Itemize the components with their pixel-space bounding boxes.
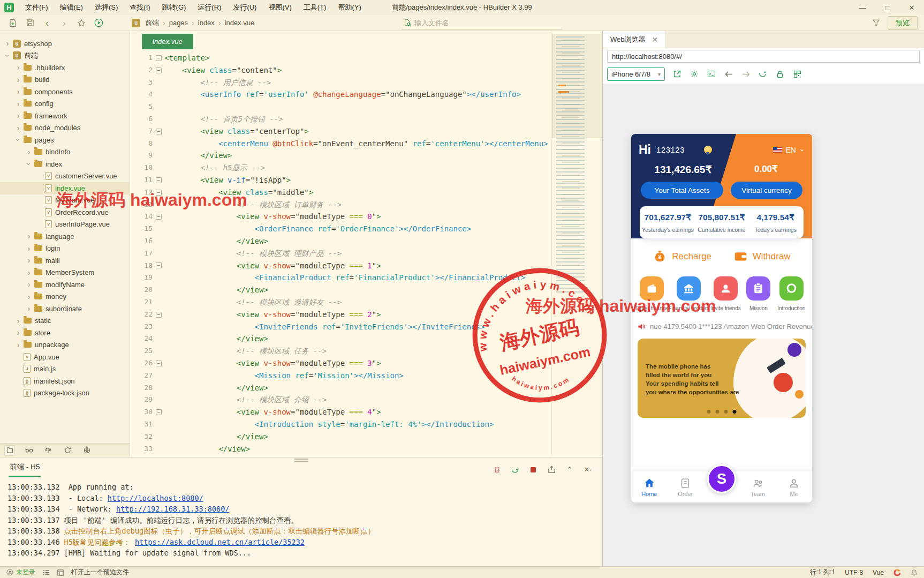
promo-banner[interactable]: The mobile phone hasfilled the world for… [638, 339, 806, 418]
tree-item-customerServer.vue[interactable]: VcustomerServer.vue [0, 170, 130, 183]
line-number[interactable]: 10 [130, 162, 153, 174]
debug-bug-icon[interactable] [492, 465, 502, 475]
line-number[interactable]: 22 [130, 309, 153, 321]
line-number[interactable]: 4 [130, 88, 153, 101]
line-number[interactable]: 11 [130, 174, 153, 186]
tree-item-OrderRecord.vue[interactable]: VOrderRecord.vue [0, 206, 130, 219]
line-number[interactable]: 12 [130, 186, 153, 199]
tree-item-language[interactable]: ›language [0, 230, 130, 243]
line-number[interactable]: 33 [130, 443, 153, 455]
line-number[interactable]: 32 [130, 431, 153, 443]
breadcrumb-item[interactable]: pages [169, 19, 188, 27]
recharge-button[interactable]: ¥Recharge [653, 249, 711, 264]
app-logo[interactable]: S [707, 464, 736, 493]
line-number[interactable]: 3 [130, 77, 153, 89]
fold-icon[interactable]: − [153, 64, 164, 77]
line-number[interactable]: 18 [130, 260, 153, 272]
news-ticker[interactable]: nue 4179.5400 1***123 Amazon Web Order R… [631, 319, 812, 333]
stop-icon[interactable] [528, 465, 538, 475]
line-number[interactable]: 6 [130, 113, 153, 125]
line-number[interactable]: 17 [130, 247, 153, 260]
tree-item-userInfoPage.vue[interactable]: VuserInfoPage.vue [0, 219, 130, 231]
chevron-icon[interactable]: › [25, 148, 33, 156]
close-console-icon[interactable]: ✕↓ [583, 465, 593, 475]
tab-web-browser[interactable]: Web浏览器 ✕ [603, 31, 666, 48]
tree-item-maill[interactable]: ›maill [0, 254, 130, 267]
menu-工具(T)[interactable]: 工具(T) [298, 0, 332, 15]
breadcrumb-item[interactable]: index [198, 19, 215, 27]
chevron-icon[interactable]: › [3, 39, 12, 48]
run-icon[interactable] [90, 15, 107, 31]
chevron-icon[interactable]: › [25, 160, 33, 168]
editor-tab-index-vue[interactable]: index.vue [142, 34, 193, 49]
code-area[interactable]: 1−<template>2− <view class="content">3 <… [130, 49, 551, 457]
language-selector[interactable]: EN ⌄ [773, 146, 805, 154]
device-selector[interactable]: iPhone 6/7/8 ▾ [607, 67, 665, 81]
fold-icon[interactable]: − [153, 406, 164, 418]
preview-button[interactable]: 预览 [888, 16, 918, 30]
fold-icon[interactable]: − [153, 211, 164, 223]
chevron-icon[interactable]: › [14, 317, 22, 325]
menu-帮助(Y)[interactable]: 帮助(Y) [332, 0, 367, 15]
withdraw-button[interactable]: Withdraw [733, 249, 791, 264]
tree-item-login[interactable]: ›login [0, 243, 130, 255]
breadcrumb-item[interactable]: 前端 [145, 18, 159, 28]
fold-icon[interactable]: − [153, 52, 164, 64]
fold-icon[interactable]: − [153, 174, 164, 186]
chevron-icon[interactable]: › [14, 76, 22, 84]
line-number[interactable]: 1 [130, 52, 153, 64]
tree-item-index[interactable]: ›index [0, 158, 130, 170]
refresh-icon[interactable] [62, 445, 73, 456]
line-number[interactable]: 19 [130, 272, 153, 284]
menu-文件(F)[interactable]: 文件(F) [19, 0, 54, 15]
tree-item-components[interactable]: ›components [0, 86, 130, 98]
line-number[interactable]: 28 [130, 382, 153, 394]
settings-gear-icon[interactable] [690, 69, 699, 79]
carousel-dot[interactable] [724, 410, 728, 414]
menu-选择(S)[interactable]: 选择(S) [89, 0, 124, 15]
line-number[interactable]: 31 [130, 418, 153, 431]
tree-item-node_modules[interactable]: ›node_modules [0, 122, 130, 134]
fold-icon[interactable]: − [153, 260, 164, 272]
forward-icon[interactable]: › [56, 15, 73, 31]
tree-item-unpackage[interactable]: ›unpackage [0, 339, 130, 351]
back-icon[interactable]: ‹ [39, 15, 56, 31]
close-button[interactable]: ✕ [899, 0, 924, 15]
module-Order finance[interactable]: Order finance [635, 276, 668, 311]
chevron-icon[interactable]: › [14, 87, 22, 96]
line-number[interactable]: 8 [130, 138, 153, 150]
menu-发行(U)[interactable]: 发行(U) [227, 0, 262, 15]
module-Introduction[interactable]: Introduction [775, 276, 808, 311]
carousel-dot[interactable] [716, 410, 719, 414]
chevron-icon[interactable]: › [14, 136, 22, 144]
file-panel-icon[interactable] [4, 445, 15, 456]
tree-item-money[interactable]: ›money [0, 291, 130, 303]
notification-bell-icon[interactable] [911, 569, 918, 576]
url-input[interactable] [607, 50, 920, 63]
encoding[interactable]: UTF-8 [845, 569, 863, 576]
fold-icon[interactable]: − [153, 186, 164, 199]
chevron-icon[interactable]: › [3, 51, 12, 60]
tree-item-App.vue[interactable]: VApp.vue [0, 351, 130, 363]
login-status[interactable]: 未登录 [6, 568, 35, 577]
tree-item-pages[interactable]: ›pages [0, 134, 130, 146]
fold-icon[interactable]: − [153, 309, 164, 321]
analysis-donut-icon[interactable] [893, 569, 901, 576]
line-number[interactable]: 5 [130, 101, 153, 113]
tab-S[interactable]: S [703, 471, 740, 502]
carousel-dot[interactable] [707, 410, 711, 414]
tab-Home[interactable]: Home [631, 471, 668, 502]
globe-icon[interactable] [81, 445, 92, 456]
fold-icon[interactable]: − [153, 125, 164, 138]
line-number[interactable]: 30 [130, 406, 153, 418]
tab-Me[interactable]: Me [776, 471, 812, 502]
tree-item-config[interactable]: ›config [0, 98, 130, 110]
chevron-icon[interactable]: › [25, 280, 33, 289]
module-Invite friends[interactable]: Invite friends [709, 276, 742, 311]
outline-list-icon[interactable] [43, 569, 50, 575]
save-icon[interactable] [21, 15, 39, 31]
chevron-icon[interactable]: › [14, 111, 22, 120]
chevron-icon[interactable]: › [14, 63, 22, 72]
language-mode[interactable]: Vue [873, 569, 884, 576]
fold-icon[interactable]: − [153, 357, 164, 370]
